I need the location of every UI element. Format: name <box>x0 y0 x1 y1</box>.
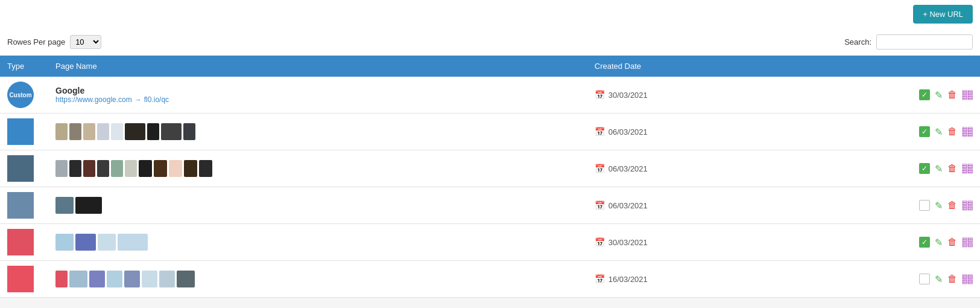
row-checkbox-checked[interactable]: ✓ <box>919 163 930 174</box>
table-row: 📅30/03/2021✓✎🗑▤▤▤▤ <box>0 224 980 261</box>
created-date-cell: 📅06/03/2021 <box>587 150 696 187</box>
color-swatch <box>98 234 116 251</box>
row-checkbox-checked[interactable]: ✓ <box>919 126 930 137</box>
color-swatch <box>89 271 105 287</box>
color-type-bar <box>7 155 41 182</box>
color-swatch <box>55 123 68 140</box>
color-swatch <box>69 123 81 140</box>
rows-per-page-label: Rowes Per page <box>7 37 65 47</box>
actions-cell: ✎🗑▤▤▤▤ <box>696 187 980 224</box>
row-checkbox-unchecked[interactable] <box>919 200 930 211</box>
new-url-button[interactable]: + New URL <box>913 5 973 24</box>
page-url: https://www.google.com→fl0.io/qc <box>55 95 580 104</box>
grid-icon[interactable]: ▤▤▤▤ <box>962 274 973 284</box>
row-checkbox-unchecked[interactable] <box>919 274 930 284</box>
calendar-icon: 📅 <box>595 164 605 173</box>
actions-cell: ✓✎🗑▤▤▤▤ <box>696 224 980 261</box>
color-swatch <box>183 123 195 140</box>
search-input[interactable] <box>876 34 973 50</box>
rows-per-page-select[interactable]: 5 10 25 50 100 <box>70 35 101 49</box>
date-text: 16/03/2021 <box>609 275 648 284</box>
color-swatch <box>107 271 122 287</box>
col-created-date: Created Date <box>587 56 696 77</box>
color-swatch <box>55 160 68 177</box>
main-table: Type Page Name Created Date CustomGoogle… <box>0 56 980 298</box>
edit-icon[interactable]: ✎ <box>935 163 943 175</box>
edit-icon[interactable]: ✎ <box>935 126 943 138</box>
table-header-row: Type Page Name Created Date <box>0 56 980 77</box>
grid-icon[interactable]: ▤▤▤▤ <box>962 127 973 136</box>
search-bar: Search: <box>844 34 973 50</box>
grid-icon[interactable]: ▤▤▤▤ <box>962 201 973 210</box>
delete-icon[interactable]: 🗑 <box>947 163 957 174</box>
controls-bar: Rowes Per page 5 10 25 50 100 Search: <box>0 28 980 56</box>
arrow-icon: → <box>134 95 142 104</box>
rows-per-page-container: Rowes Per page 5 10 25 50 100 <box>7 35 101 49</box>
color-swatch <box>97 160 109 177</box>
color-swatch <box>161 123 182 140</box>
color-swatch <box>83 160 95 177</box>
color-swatch <box>154 160 167 177</box>
swatch-row <box>55 123 580 140</box>
delete-icon[interactable]: 🗑 <box>947 89 957 100</box>
top-bar: + New URL <box>0 0 980 28</box>
color-swatch <box>118 234 148 251</box>
table-row: 📅06/03/2021✎🗑▤▤▤▤ <box>0 187 980 224</box>
calendar-icon: 📅 <box>595 127 605 136</box>
table-row: 📅06/03/2021✓✎🗑▤▤▤▤ <box>0 150 980 187</box>
color-swatch <box>111 160 123 177</box>
actions-cell: ✎🗑▤▤▤▤ <box>696 261 980 298</box>
date-text: 06/03/2021 <box>609 201 648 210</box>
date-text: 30/03/2021 <box>609 238 648 247</box>
edit-icon[interactable]: ✎ <box>935 89 943 101</box>
type-cell <box>0 187 48 224</box>
color-swatch <box>75 197 102 214</box>
page-name-cell: Googlehttps://www.google.com→fl0.io/qc <box>48 77 587 114</box>
color-swatch <box>159 271 175 287</box>
date-text: 30/03/2021 <box>609 91 648 100</box>
table-row: CustomGooglehttps://www.google.com→fl0.i… <box>0 77 980 114</box>
color-swatch <box>83 123 95 140</box>
color-swatch <box>69 271 87 287</box>
delete-icon[interactable]: 🗑 <box>947 126 957 137</box>
created-date-cell: 📅16/03/2021 <box>587 261 696 298</box>
col-page-name: Page Name <box>48 56 587 77</box>
grid-icon[interactable]: ▤▤▤▤ <box>962 237 973 247</box>
created-date-cell: 📅30/03/2021 <box>587 77 696 114</box>
color-type-bar <box>7 118 41 145</box>
delete-icon[interactable]: 🗑 <box>947 237 957 248</box>
calendar-icon: 📅 <box>595 90 605 100</box>
grid-icon[interactable]: ▤▤▤▤ <box>962 164 973 173</box>
page-name-cell <box>48 187 587 224</box>
color-type-bar <box>7 229 41 255</box>
row-checkbox-checked[interactable]: ✓ <box>919 89 930 100</box>
color-swatch <box>125 160 137 177</box>
grid-icon[interactable]: ▤▤▤▤ <box>962 90 973 100</box>
created-date-cell: 📅06/03/2021 <box>587 187 696 224</box>
table-row: 📅16/03/2021✎🗑▤▤▤▤ <box>0 261 980 298</box>
page-title-text: Google <box>55 86 580 95</box>
delete-icon[interactable]: 🗑 <box>947 274 957 284</box>
color-swatch <box>147 123 159 140</box>
color-swatch <box>55 234 74 251</box>
swatch-row <box>55 160 580 177</box>
color-type-bar <box>7 266 41 292</box>
color-swatch <box>184 160 197 177</box>
color-type-bar <box>7 192 41 219</box>
created-date-cell: 📅30/03/2021 <box>587 224 696 261</box>
delete-icon[interactable]: 🗑 <box>947 200 957 211</box>
color-swatch <box>125 123 145 140</box>
swatch-row <box>55 271 580 287</box>
type-cell <box>0 224 48 261</box>
actions-cell: ✓✎🗑▤▤▤▤ <box>696 114 980 150</box>
color-swatch <box>97 123 109 140</box>
edit-icon[interactable]: ✎ <box>935 200 943 211</box>
color-swatch <box>55 197 74 214</box>
row-checkbox-checked[interactable]: ✓ <box>919 237 930 248</box>
actions-cell: ✓✎🗑▤▤▤▤ <box>696 150 980 187</box>
edit-icon[interactable]: ✎ <box>935 237 943 248</box>
color-swatch <box>55 271 68 287</box>
page-name-cell <box>48 150 587 187</box>
type-cell <box>0 150 48 187</box>
edit-icon[interactable]: ✎ <box>935 274 943 285</box>
